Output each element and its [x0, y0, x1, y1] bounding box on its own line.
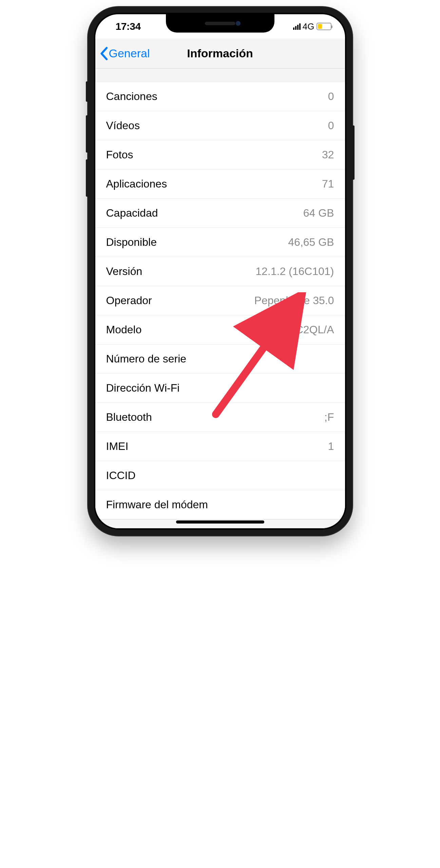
row-label: Número de serie	[106, 353, 187, 365]
row-wifi[interactable]: Dirección Wi-Fi	[95, 374, 345, 403]
back-label: General	[109, 47, 150, 60]
row-value: 46,65 GB	[288, 236, 334, 249]
row-label: Bluetooth	[106, 411, 152, 423]
row-model[interactable]: Modelo MQAC2QL/A	[95, 315, 345, 344]
row-label: Vídeos	[106, 119, 140, 132]
battery-icon	[317, 23, 331, 30]
network-label: 4G	[303, 21, 314, 32]
row-label: Aplicaciones	[106, 178, 167, 190]
row-imei[interactable]: IMEI 1	[95, 432, 345, 461]
phone-device-frame: 17:34 4G General Información	[88, 7, 352, 536]
row-label: Fotos	[106, 149, 133, 161]
row-value: 12.1.2 (16C101)	[255, 265, 334, 278]
home-indicator[interactable]	[176, 520, 264, 524]
signal-icon	[293, 23, 301, 30]
row-carrier[interactable]: Operador Pepephone 35.0	[95, 286, 345, 315]
row-value: 0	[328, 119, 334, 132]
row-songs[interactable]: Canciones 0	[95, 82, 345, 111]
row-capacity[interactable]: Capacidad 64 GB	[95, 199, 345, 228]
row-label: Canciones	[106, 90, 157, 103]
row-value: 32	[322, 149, 334, 161]
row-firmware[interactable]: Firmware del módem	[95, 490, 345, 519]
row-label: ICCID	[106, 469, 136, 482]
row-seid[interactable]: SEID	[95, 528, 345, 528]
row-label: Modelo	[106, 323, 142, 336]
row-label: Disponible	[106, 236, 157, 249]
status-time: 17:34	[109, 21, 141, 32]
row-value: 71	[322, 178, 334, 190]
row-value: 64 GB	[303, 207, 334, 219]
back-button[interactable]: General	[99, 47, 150, 60]
row-apps[interactable]: Aplicaciones 71	[95, 170, 345, 199]
row-label: IMEI	[106, 440, 129, 453]
row-label: Operador	[106, 294, 152, 307]
row-photos[interactable]: Fotos 32	[95, 140, 345, 170]
row-serial[interactable]: Número de serie	[95, 344, 345, 374]
row-label: Dirección Wi-Fi	[106, 382, 180, 394]
chevron-left-icon	[99, 47, 108, 60]
row-value: 0	[328, 90, 334, 103]
row-label: Firmware del módem	[106, 498, 208, 511]
notch	[166, 14, 274, 33]
row-videos[interactable]: Vídeos 0	[95, 111, 345, 140]
row-value: ;F	[324, 411, 334, 423]
row-bluetooth[interactable]: Bluetooth ;F	[95, 403, 345, 432]
content-scroll[interactable]: Canciones 0 Vídeos 0 Fotos 32 Aplicacion…	[95, 68, 345, 528]
row-value: Pepephone 35.0	[254, 294, 334, 307]
row-value: MQAC2QL/A	[271, 323, 334, 336]
row-version[interactable]: Versión 12.1.2 (16C101)	[95, 257, 345, 286]
section-gap	[95, 68, 345, 82]
row-iccid[interactable]: ICCID	[95, 461, 345, 490]
row-value: 1	[328, 440, 334, 453]
row-label: Capacidad	[106, 207, 158, 219]
screen: 17:34 4G General Información	[95, 14, 345, 528]
navigation-bar: General Información	[95, 39, 345, 68]
row-available[interactable]: Disponible 46,65 GB	[95, 228, 345, 257]
row-label: Versión	[106, 265, 142, 278]
